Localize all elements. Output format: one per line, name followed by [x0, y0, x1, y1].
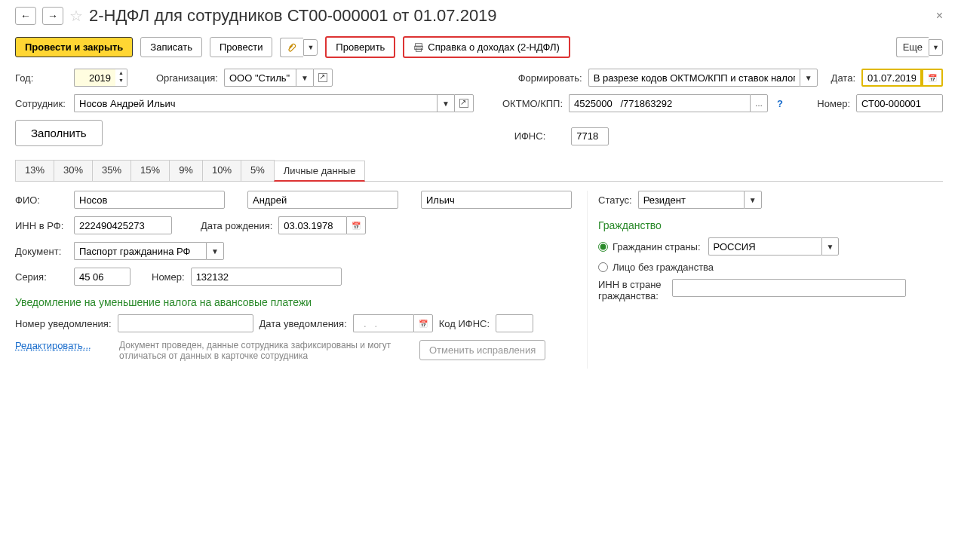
country-input[interactable] [708, 237, 821, 256]
post-and-close-button[interactable]: Провести и закрыть [15, 37, 133, 57]
ellipsis-icon[interactable]: … [750, 94, 768, 112]
docnum-input[interactable] [191, 268, 342, 286]
right-column: Статус: ▼ Гражданство Гражданин страны: … [587, 191, 943, 369]
tabs: 13% 30% 35% 15% 9% 10% 5% Личные данные [15, 160, 943, 182]
series-label: Серия: [15, 271, 68, 283]
nav-back-button[interactable]: ← [15, 7, 36, 25]
calendar-icon[interactable]: 📅 [413, 314, 433, 332]
year-input-group: ▲▼ [74, 69, 127, 87]
paperclip-icon [280, 38, 303, 57]
oktmo-input[interactable] [569, 94, 750, 112]
tab-personal-data[interactable]: Личные данные [274, 161, 366, 182]
foreign-inn-label: ИНН в стране гражданства: [598, 279, 666, 301]
chevron-down-icon[interactable]: ▼ [206, 242, 224, 260]
form-mode-input[interactable] [588, 69, 800, 87]
tab-35[interactable]: 35% [92, 160, 131, 181]
chevron-down-icon[interactable]: ▼ [437, 94, 454, 112]
nav-forward-button[interactable]: → [42, 7, 63, 25]
calendar-icon[interactable]: 📅 [922, 69, 943, 87]
chevron-down-icon[interactable]: ▼ [821, 237, 840, 256]
fixed-data-note: Документ проведен, данные сотрудника заф… [119, 340, 413, 361]
year-input[interactable] [74, 69, 115, 87]
attachment-split-button[interactable]: ▼ [280, 38, 318, 57]
doc-label: Документ: [15, 246, 68, 257]
year-spinner[interactable]: ▲▼ [115, 69, 127, 87]
income-report-button[interactable]: Справка о доходах (2-НДФЛ) [403, 36, 570, 58]
org-input[interactable] [224, 69, 296, 87]
tab-13[interactable]: 13% [15, 160, 54, 181]
citizen-radio-row: Гражданин страны: ▼ [598, 237, 943, 256]
left-column: ФИО: ИНН в РФ: Дата рождения: 📅 Документ… [15, 191, 572, 369]
org-label: Организация: [156, 72, 218, 84]
citizen-label: Гражданин страны: [613, 241, 701, 252]
favorite-star-icon[interactable]: ☆ [69, 7, 83, 25]
check-button[interactable]: Проверить [325, 36, 395, 58]
citizen-radio[interactable] [598, 242, 608, 252]
post-button[interactable]: Провести [210, 37, 273, 57]
surname-input[interactable] [74, 191, 225, 209]
year-label: Год: [15, 72, 68, 84]
notice-num-label: Номер уведомления: [15, 318, 112, 329]
oktmo-label: ОКТМО/КПП: [502, 98, 563, 109]
close-icon[interactable]: × [936, 9, 943, 23]
notice-num-input[interactable] [118, 314, 253, 332]
stateless-radio-row: Лицо без гражданства [598, 262, 943, 273]
toolbar: Провести и закрыть Записать Провести ▼ П… [15, 36, 943, 58]
chevron-down-icon[interactable]: ▼ [929, 39, 943, 56]
tab-15[interactable]: 15% [130, 160, 170, 181]
open-external-icon[interactable] [313, 69, 333, 87]
save-button[interactable]: Записать [140, 37, 202, 57]
tab-30[interactable]: 30% [54, 160, 93, 181]
org-input-group: ▼ [224, 69, 333, 87]
chevron-down-icon[interactable]: ▼ [303, 39, 318, 56]
citizenship-title: Гражданство [598, 219, 943, 231]
employee-input[interactable] [74, 94, 437, 112]
chevron-down-icon[interactable]: ▼ [296, 69, 313, 87]
notice-date-input[interactable] [353, 314, 413, 332]
page-title: 2-НДФЛ для сотрудников СТ00-000001 от 01… [89, 6, 497, 26]
form-row-3: Заполнить ИФНС: [15, 120, 943, 152]
doc-input[interactable] [74, 242, 206, 260]
oktmo-input-group: … [569, 94, 768, 112]
dob-label: Дата рождения: [201, 220, 272, 231]
notice-date-label: Дата уведомления: [259, 318, 347, 329]
tab-10[interactable]: 10% [202, 160, 241, 181]
edit-link[interactable]: Редактировать... [15, 340, 113, 351]
employee-label: Сотрудник: [15, 98, 68, 109]
status-input[interactable] [638, 191, 744, 209]
chevron-down-icon[interactable]: ▼ [744, 191, 762, 209]
ifns-label: ИФНС: [514, 130, 546, 142]
printer-icon [413, 42, 424, 53]
patronymic-input[interactable] [421, 191, 572, 209]
open-external-icon[interactable] [454, 94, 474, 112]
tab-5[interactable]: 5% [241, 160, 275, 181]
svg-rect-0 [416, 43, 422, 46]
content-grid: ФИО: ИНН в РФ: Дата рождения: 📅 Документ… [15, 191, 943, 369]
chevron-down-icon[interactable]: ▼ [800, 69, 818, 87]
ifns-input[interactable] [571, 127, 609, 145]
inn-input[interactable] [74, 216, 172, 234]
notice-ifns-input[interactable] [496, 314, 533, 332]
cancel-changes-button[interactable]: Отменить исправления [419, 340, 545, 360]
name-input[interactable] [247, 191, 398, 209]
form-mode-group: ▼ [588, 69, 818, 87]
more-label: Еще [896, 37, 929, 57]
fill-button[interactable]: Заполнить [15, 120, 103, 146]
date-input[interactable] [861, 69, 922, 87]
calendar-icon[interactable]: 📅 [346, 216, 366, 234]
docnum-label: Номер: [152, 271, 185, 283]
tab-9[interactable]: 9% [169, 160, 203, 181]
notice-ifns-label: Код ИФНС: [439, 318, 490, 329]
more-button[interactable]: Еще ▼ [896, 37, 943, 57]
foreign-inn-input[interactable] [672, 279, 906, 297]
stateless-label: Лицо без гражданства [613, 262, 714, 273]
chevron-down-icon[interactable]: ▼ [115, 77, 127, 84]
dob-input[interactable] [278, 216, 346, 234]
series-input[interactable] [74, 268, 130, 286]
stateless-radio[interactable] [598, 262, 608, 272]
chevron-up-icon[interactable]: ▲ [115, 69, 127, 77]
number-input[interactable] [856, 94, 943, 112]
fio-label: ФИО: [15, 194, 68, 206]
income-report-label: Справка о доходах (2-НДФЛ) [428, 41, 559, 53]
help-icon[interactable]: ? [777, 98, 783, 109]
